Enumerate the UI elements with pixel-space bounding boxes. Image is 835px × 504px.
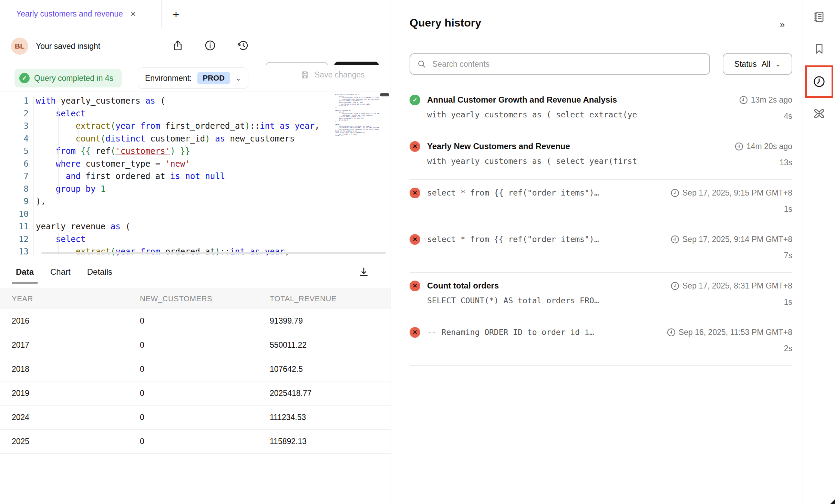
line-content: extract(year from first_ordered_at)::int… [34, 120, 320, 133]
line-content: and first_ordered_at is not null [34, 170, 225, 183]
bookmark-icon[interactable] [803, 39, 835, 59]
history-item-time: Sep 17, 2025, 9:14 PM GMT+8 [637, 232, 792, 246]
history-item[interactable]: ✕Count total ordersSELECT COUNT(*) AS to… [410, 273, 792, 319]
code-token: ( [111, 247, 115, 256]
code-token: int [260, 121, 275, 131]
table-row: 20180107642.5 [0, 357, 391, 381]
history-item[interactable]: ✕Yearly New Customers and Revenuewith ye… [410, 133, 792, 180]
results-tabs: DataChartDetails [16, 255, 112, 288]
lineage-icon[interactable] [803, 103, 835, 124]
search-input[interactable] [432, 59, 702, 69]
horizontal-scrollbar-thumb[interactable] [41, 252, 386, 254]
query-history-panel: Query history » Status All ⌄ ✓Annual Cus… [391, 0, 803, 504]
status-filter-dropdown[interactable]: Status All ⌄ [723, 53, 792, 75]
editor-minimap[interactable]: with yearly_customers as ( select extrac… [335, 94, 379, 225]
table-header-row: YEARNEW_CUSTOMERSTOTAL_REVENUE [0, 288, 391, 309]
code-token: year [115, 247, 135, 256]
code-token [36, 134, 76, 144]
code-token: ), [36, 197, 46, 206]
history-item-timestamp: 14m 20s ago [746, 142, 792, 151]
line-number: 10 [0, 208, 34, 221]
environment-select[interactable]: Environment: PROD ⌄ [138, 67, 248, 89]
history-item-time: 13m 2s ago [637, 93, 792, 107]
version-history-icon[interactable] [236, 38, 251, 53]
clock-icon [740, 96, 748, 104]
history-item-main: ✕Count total ordersSELECT COUNT(*) AS to… [410, 279, 637, 311]
history-list: ✓Annual Customer Growth and Revenue Anal… [410, 87, 792, 366]
error-icon: ✕ [410, 327, 420, 338]
clock-icon [671, 189, 679, 197]
line-content: ), [34, 195, 46, 208]
table-cell: 115892.13 [270, 437, 391, 446]
code-token: select [56, 234, 86, 244]
tab-close-icon[interactable]: × [131, 9, 136, 18]
code-token: select [56, 109, 86, 118]
history-item-meta: Sep 17, 2025, 9:15 PM GMT+81s [637, 186, 792, 218]
history-item-preview: SELECT COUNT(*) AS total_orders FRO… [427, 296, 637, 305]
tab-data[interactable]: Data [16, 258, 34, 286]
history-item[interactable]: ✕select * from {{ ref("order_items")…Sep… [410, 226, 792, 273]
code-token: ( [121, 222, 131, 231]
results-table: YEARNEW_CUSTOMERSTOTAL_REVENUE 201609139… [0, 288, 391, 454]
tab-details[interactable]: Details [87, 258, 112, 286]
history-item[interactable]: ✓Annual Customer Growth and Revenue Anal… [410, 87, 792, 133]
vertical-scrollbar-thumb[interactable] [380, 93, 389, 96]
history-item-timestamp: Sep 17, 2025, 8:31 PM GMT+8 [682, 281, 792, 291]
code-token [245, 247, 250, 256]
history-item-time: Sep 17, 2025, 8:31 PM GMT+8 [637, 279, 792, 293]
code-token [275, 121, 280, 131]
code-token [36, 146, 56, 156]
query-status-badge: ✓ Query completed in 4s [14, 69, 122, 87]
info-icon[interactable] [203, 38, 218, 53]
search-icon [417, 60, 426, 69]
history-item-title: select * from {{ ref("order_items")… [427, 235, 599, 244]
tab-yearly-customers[interactable]: Yearly customers and revenue × [0, 0, 161, 28]
chevron-down-icon: ⌄ [236, 74, 241, 82]
environment-label: Environment: [145, 74, 192, 83]
sql-editor[interactable]: 1with yearly_customers as (2 select3 ext… [0, 92, 391, 256]
query-history-rail-button[interactable] [805, 65, 833, 98]
share-icon[interactable] [170, 38, 185, 53]
table-cell: 550011.22 [270, 340, 391, 350]
save-changes-button[interactable]: Save changes [300, 70, 365, 80]
history-item[interactable]: ✕-- Renaming ORDER_ID to order_id i…Sep … [410, 319, 792, 366]
code-token: extract [76, 121, 111, 131]
collapse-panel-icon[interactable]: » [780, 19, 784, 30]
new-tab-button[interactable]: + [169, 8, 183, 21]
tab-chart[interactable]: Chart [50, 258, 71, 286]
table-cell: 2025418.77 [270, 389, 391, 398]
check-icon: ✓ [19, 73, 30, 83]
column-header: YEAR [12, 294, 140, 303]
line-number: 13 [0, 245, 34, 256]
history-item-duration: 2s [637, 343, 792, 354]
line-content: extract(year from ordered_at)::int as ye… [34, 245, 290, 256]
history-item-duration: 1s [637, 296, 792, 308]
code-line: 6 where customer_type = 'new' [0, 158, 334, 170]
code-token: , [315, 121, 319, 131]
rail-divider [803, 32, 835, 32]
code-token: is [170, 171, 180, 181]
table-row: 20170550011.22 [0, 333, 391, 357]
code-token: ( [101, 134, 105, 144]
code-token: int [230, 247, 245, 256]
table-cell: 0 [140, 437, 270, 446]
history-item-title: Annual Customer Growth and Revenue Analy… [427, 95, 617, 105]
query-history-title: Query history [410, 17, 481, 29]
history-item-duration: 7s [637, 250, 792, 261]
notebook-icon[interactable] [803, 6, 835, 27]
download-icon[interactable] [356, 264, 371, 280]
code-line: 12 select [0, 233, 334, 246]
history-search[interactable] [410, 53, 710, 75]
code-token [180, 171, 185, 181]
history-item-preview: with yearly_customers as ( select year(f… [427, 157, 637, 166]
error-icon: ✕ [410, 141, 420, 152]
table-cell: 0 [140, 340, 270, 350]
code-token [36, 234, 56, 244]
line-content: select [34, 233, 86, 246]
history-item-meta: 13m 2s ago4s [637, 93, 792, 125]
line-number: 3 [0, 120, 34, 133]
history-item[interactable]: ✕select * from {{ ref("order_items")…Sep… [410, 180, 792, 226]
code-token: extract [76, 247, 111, 256]
line-number: 6 [0, 158, 34, 170]
code-token: first_ordered_at [81, 171, 170, 181]
